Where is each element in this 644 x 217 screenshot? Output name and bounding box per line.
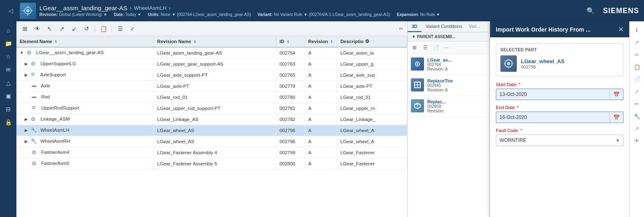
rs-expand-icon[interactable]: ⤢: [632, 86, 642, 97]
table-row[interactable]: ⚙ FastnerAsm4 LGear_Fastener Assembly 4 …: [16, 147, 407, 158]
table-row[interactable]: ▶ 🔧 WheelAsmRH LGear_wheel_AS 002796 A L…: [16, 136, 407, 147]
col-revision[interactable]: Revision ⇕: [305, 36, 337, 47]
import-close-button[interactable]: ✕: [618, 25, 623, 33]
col-revision-name[interactable]: Revision Name ⇕: [154, 36, 276, 47]
start-date-input[interactable]: [496, 89, 610, 100]
row-icon-gear: ⚙: [31, 61, 37, 67]
toolbar-check-btn[interactable]: ✓: [127, 23, 138, 34]
asm-icon-gear: [411, 57, 424, 71]
fault-code-required: *: [520, 128, 522, 133]
assembly-item-lgear[interactable]: LGear_as... 002764 Revision: A: [408, 54, 489, 75]
fault-code-select[interactable]: WORNTIRE FLATBEARING CRACKED_RIM WORN_BR…: [496, 135, 612, 146]
rs-doc-icon[interactable]: 📄: [632, 74, 642, 85]
selected-part-info: LGear_wheel_AS 002796: [500, 55, 619, 72]
sidebar-mail-icon[interactable]: ✉: [2, 64, 14, 75]
row-expander[interactable]: ▼: [20, 50, 24, 55]
assembly-item-replac[interactable]: Replac... 002859 Revision:: [408, 96, 489, 117]
cell-desc: LGear_wheel_A: [337, 136, 407, 147]
cell-desc: LGear_axle_sup: [337, 70, 407, 81]
toolbar-edit-icon[interactable]: ✏: [399, 25, 404, 32]
asm-rev-replac: Revision:: [427, 109, 486, 113]
col-description[interactable]: Descriptio ⚙: [337, 36, 407, 47]
panel-toolbar: ⊞ ☰ 📄 ···: [408, 41, 489, 54]
toolbar-select-btn[interactable]: ↗: [57, 23, 67, 34]
rs-link-icon[interactable]: ↗: [632, 123, 642, 134]
rs-info-icon[interactable]: ℹ: [632, 25, 642, 35]
table-row[interactable]: ⚙ FastnerAsm5 LGear_Fastener Assembly 5 …: [16, 158, 407, 169]
start-date-calendar-button[interactable]: 📅: [610, 89, 623, 100]
table-row[interactable]: ▬ Axle LGear_axle-PT 002779 A LGear_axle…: [16, 81, 407, 92]
panel-list-btn[interactable]: ☰: [421, 43, 430, 52]
row-expander[interactable]: ▶: [25, 139, 28, 144]
selected-part-section: SELECTED PART LGear_wheel_AS: [496, 43, 623, 76]
search-icon[interactable]: 🔍: [587, 7, 595, 15]
sidebar-star-icon[interactable]: ☆: [2, 51, 14, 62]
col-id[interactable]: ID ⇕: [276, 36, 305, 47]
table-row[interactable]: ⚙ UpperRodSupport LGear_upper_rod_suppor…: [16, 103, 407, 114]
rs-copy-icon[interactable]: 📋: [632, 62, 642, 72]
right-panel: 3D Variant Conditions Vari... ▼ PARENT A…: [408, 21, 490, 217]
end-date-input[interactable]: [496, 112, 610, 123]
rs-settings-icon[interactable]: 🔧: [632, 111, 642, 121]
asm-info-replac: Replac... 002859 Revision:: [427, 99, 486, 113]
table-row-selected[interactable]: ▶ 🔧 WheelAsmLH LGear_wheel_AS 002796 A L…: [16, 125, 407, 136]
import-body: SELECTED PART LGear_wheel_AS: [490, 37, 629, 217]
row-icon-part2: ⚙: [32, 105, 38, 112]
sidebar-alert-icon[interactable]: △: [2, 77, 14, 89]
svg-point-15: [507, 62, 510, 65]
cell-id: 002779: [276, 81, 305, 92]
toolbar-nav-btn[interactable]: ↙: [69, 23, 80, 34]
sidebar-folder-icon[interactable]: 📁: [2, 38, 14, 49]
cell-id: 002782: [276, 114, 305, 125]
rs-edit-icon[interactable]: ✏: [632, 98, 642, 109]
date-meta: Date: Today ▼: [114, 12, 141, 17]
assembly-item-replacetire[interactable]: ReplaceTire 002845 Revision: A: [408, 75, 489, 96]
toolbar-grid-btn[interactable]: ⊞: [20, 23, 30, 34]
table-row[interactable]: ▬ Rod LGear_rod_01 002780 A LGear_rod_01: [16, 92, 407, 103]
row-icon-gear: ⚙: [27, 50, 33, 56]
table-row[interactable]: ▼ ⚙ LGear__assm_landing_gear-AS LGear_as…: [16, 47, 407, 59]
cell-desc: LGear_Linkage_: [337, 114, 407, 125]
data-table: Element Name ⇕ Revision Name ⇕ ID ⇕ Revi…: [16, 36, 407, 217]
fault-code-dropdown-icon[interactable]: ▼: [612, 136, 623, 145]
sidebar-screen-icon[interactable]: ▣: [2, 90, 14, 102]
cell-rev: A: [305, 136, 337, 147]
sidebar-grid-icon[interactable]: ⊟: [2, 103, 14, 115]
panel-grid-btn[interactable]: ⊞: [410, 43, 419, 52]
cell-name: ▼ ⚙ LGear__assm_landing_gear-AS: [16, 47, 154, 59]
panel-more-btn[interactable]: ···: [442, 43, 451, 52]
app-logo-img: [21, 3, 35, 18]
toolbar-eye-btn[interactable]: 👁: [32, 23, 43, 34]
rs-eye-icon[interactable]: 👁: [632, 135, 642, 146]
table-row[interactable]: ▶ ⚙ UpperSupportLG LGear_upper_gear_supp…: [16, 59, 407, 70]
table-row[interactable]: ▶ ⚙ Linkage_ASM LGear_Linkage_AS 002782 …: [16, 114, 407, 125]
cell-rev-name: LGear_upper_rod_support-PT: [154, 103, 276, 114]
tab-3d[interactable]: 3D: [408, 21, 422, 32]
toolbar-cursor-btn[interactable]: ↖: [44, 23, 55, 34]
sidebar-lock-icon[interactable]: 🔒: [2, 116, 14, 128]
cell-id: 002781: [276, 103, 305, 114]
rs-cut-icon[interactable]: ✂: [632, 49, 642, 60]
asm-icon-replace: [411, 78, 424, 91]
back-button[interactable]: ◁: [5, 5, 16, 16]
toolbar-refresh-btn[interactable]: ↺: [81, 23, 92, 34]
toolbar-list-btn[interactable]: ☰: [115, 23, 126, 34]
tab-more[interactable]: Vari...: [466, 21, 483, 32]
col-element-name[interactable]: Element Name ⇕: [16, 36, 154, 47]
end-date-calendar-button[interactable]: 📅: [610, 112, 623, 123]
asm-name-replac: Replac...: [427, 99, 481, 104]
row-expander[interactable]: ▶: [25, 128, 28, 132]
rs-share-icon[interactable]: ↗: [632, 37, 642, 48]
part-name: LGear_wheel_AS: [521, 58, 564, 64]
row-expander[interactable]: ▶: [25, 73, 28, 77]
toolbar-clipboard-btn[interactable]: 📋: [98, 23, 109, 34]
panel-doc-btn[interactable]: 📄: [431, 43, 440, 52]
cell-id: 002796: [276, 125, 305, 136]
sidebar-home-icon[interactable]: ⌂: [2, 25, 14, 36]
row-expander[interactable]: ▶: [25, 62, 28, 66]
table-row[interactable]: ▶ ⚙ AxleSupport LGear_axle_support-PT 00…: [16, 70, 407, 81]
row-expander[interactable]: ▶: [25, 117, 28, 121]
tab-variant-conditions[interactable]: Variant Conditions: [422, 21, 466, 32]
cell-rev: A: [305, 81, 337, 92]
asm-id-lgear: 002764: [427, 62, 486, 67]
